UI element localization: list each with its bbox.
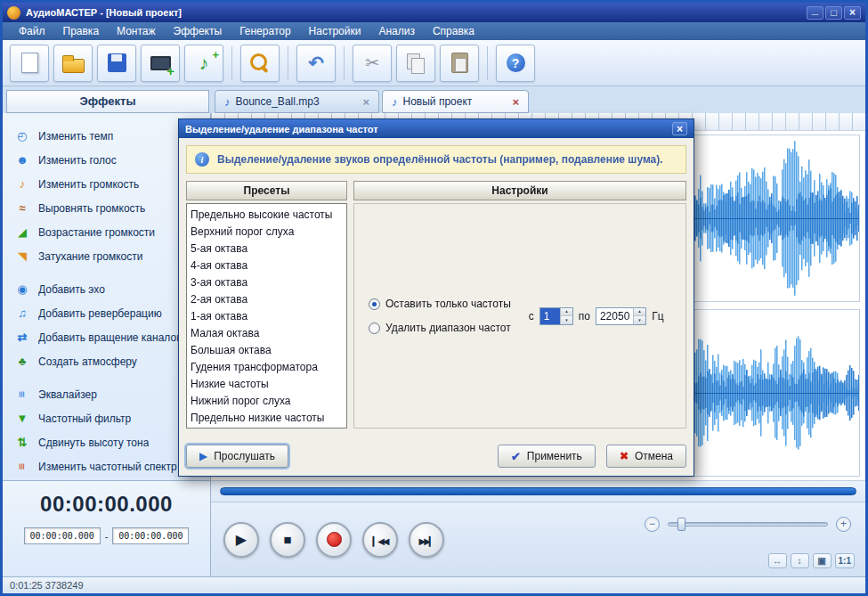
- spin-down-icon[interactable]: [561, 316, 572, 324]
- menu-item-generator[interactable]: Генератор: [231, 22, 299, 40]
- save-button[interactable]: [97, 45, 136, 82]
- menu-item-settings[interactable]: Настройки: [300, 22, 370, 40]
- new-file-button[interactable]: [10, 45, 49, 82]
- to-label: по: [579, 310, 590, 322]
- voice-icon: [14, 153, 30, 167]
- preset-item[interactable]: 2-ая октава: [191, 291, 343, 308]
- settings-panel: Настройки Оставить только частоты Удалит…: [353, 181, 686, 429]
- menu-item-effects[interactable]: Эффекты: [165, 22, 231, 40]
- presets-header: Пресеты: [186, 181, 347, 200]
- radio-remove-range[interactable]: Удалить диапазон частот: [369, 322, 511, 334]
- spin-up-icon[interactable]: [634, 308, 645, 317]
- zoom-slider-track[interactable]: [668, 522, 828, 527]
- tab-new-project[interactable]: Новый проект: [382, 90, 529, 113]
- preset-item[interactable]: Нижний порог слуха: [191, 393, 343, 410]
- menu-item-help[interactable]: Справка: [424, 22, 483, 40]
- preset-item[interactable]: 3-ая октава: [191, 274, 343, 291]
- preset-item[interactable]: Большая октава: [191, 342, 343, 359]
- record-button[interactable]: [316, 522, 352, 558]
- tempo-icon: [14, 129, 30, 143]
- maximize-button[interactable]: [825, 6, 842, 20]
- zoom-slider-handle[interactable]: [677, 518, 685, 531]
- add-audio-button[interactable]: [184, 45, 223, 82]
- tab-label: Новый проект: [403, 95, 473, 108]
- cross-icon: [620, 450, 629, 462]
- radio-selected-icon: [369, 298, 380, 310]
- preset-item[interactable]: 4-ая октава: [191, 257, 343, 274]
- play-icon: [199, 450, 207, 462]
- tab-label: Bounce_Ball.mp3: [236, 95, 320, 108]
- menu-item-file[interactable]: Файл: [10, 22, 54, 40]
- play-button[interactable]: [223, 522, 259, 558]
- info-icon: [195, 152, 209, 167]
- to-frequency-input[interactable]: 22050: [596, 308, 633, 324]
- selection-separator: -: [105, 531, 109, 542]
- skip-to-start-icon: [372, 532, 387, 548]
- window-title: АудиоМАСТЕР - [Новый проект]: [26, 7, 801, 18]
- reverb-icon: [14, 306, 30, 320]
- zoom-in-button[interactable]: [836, 517, 851, 532]
- menu-item-analysis[interactable]: Анализ: [369, 22, 424, 40]
- cut-button[interactable]: [353, 45, 392, 82]
- add-video-button[interactable]: [141, 45, 180, 82]
- preset-item[interactable]: Гудения трансформатора: [191, 359, 343, 376]
- info-banner: Выделение/удаление звуков определённой ч…: [186, 145, 686, 174]
- time-panel: 00:00:00.000 00:00:00.000 - 00:00:00.000: [3, 480, 211, 576]
- dialog-close-button[interactable]: [672, 122, 687, 135]
- tab-close-icon[interactable]: [362, 95, 369, 109]
- zoom-out-button[interactable]: [645, 517, 660, 532]
- fade-in-icon: [14, 225, 30, 239]
- close-icon: [849, 6, 856, 19]
- preset-item[interactable]: 5-ая октава: [191, 241, 343, 257]
- zoom-slider-group: [645, 517, 851, 532]
- tab-close-icon[interactable]: [512, 95, 519, 109]
- preset-item[interactable]: Малая октава: [191, 325, 343, 342]
- fit-vertical-icon[interactable]: [791, 553, 809, 568]
- preset-item[interactable]: 1-ая октава: [191, 308, 343, 325]
- copy-button[interactable]: [396, 45, 435, 82]
- open-file-button[interactable]: [53, 45, 93, 82]
- record-icon: [327, 532, 342, 547]
- menu-item-montage[interactable]: Монтаж: [108, 22, 165, 40]
- overview-bar-container: [211, 480, 865, 502]
- status-text: 0:01:25 3738249: [10, 580, 84, 591]
- minimize-button[interactable]: [807, 6, 823, 20]
- selection-start-field[interactable]: 00:00:00.000: [24, 527, 101, 544]
- help-button[interactable]: [496, 45, 535, 82]
- menu-item-edit[interactable]: Правка: [54, 22, 109, 40]
- cancel-button[interactable]: Отмена: [606, 445, 686, 468]
- preset-item[interactable]: Низкие частоты: [191, 376, 343, 393]
- preset-item[interactable]: Предельно низкие частоты: [191, 410, 343, 427]
- skip-to-start-button[interactable]: [362, 522, 398, 558]
- check-icon: [511, 450, 521, 463]
- fit-all-icon[interactable]: [813, 553, 831, 568]
- preset-item[interactable]: Верхний порог слуха: [191, 224, 343, 241]
- frequency-range-controls: с 1 по 22050: [529, 307, 664, 325]
- close-button[interactable]: [844, 6, 861, 20]
- presets-list: Предельно высокие частоты Верхний порог …: [186, 203, 347, 429]
- volume-icon: [14, 177, 30, 191]
- audio-analyze-button[interactable]: [240, 45, 280, 82]
- paste-button[interactable]: [440, 45, 479, 82]
- preview-button[interactable]: Прослушать: [186, 445, 288, 468]
- radio-keep-frequencies[interactable]: Оставить только частоты: [369, 298, 511, 310]
- spin-down-icon[interactable]: [634, 316, 645, 324]
- tab-bounce-ball[interactable]: Bounce_Ball.mp3: [215, 90, 379, 113]
- fit-horizontal-icon[interactable]: [768, 553, 787, 568]
- dialog-titlebar: Выделение/удаление диапазона частот: [179, 119, 694, 138]
- zoom-1-1-button[interactable]: 1:1: [835, 553, 855, 568]
- stop-icon: [283, 532, 291, 548]
- transport-panel: 1:1: [211, 502, 865, 576]
- overview-seek-bar[interactable]: [220, 487, 856, 495]
- undo-button[interactable]: [296, 45, 336, 82]
- spin-up-icon[interactable]: [561, 308, 572, 317]
- toolbar-separator: [344, 46, 345, 80]
- radio-remove-label: Удалить диапазон частот: [385, 322, 511, 334]
- from-frequency-input[interactable]: 1: [540, 308, 560, 324]
- selection-end-field[interactable]: 00:00:00.000: [112, 527, 189, 544]
- preset-item[interactable]: Предельно высокие частоты: [191, 207, 343, 224]
- apply-button[interactable]: Применить: [498, 445, 596, 468]
- echo-icon: [14, 282, 30, 296]
- skip-to-end-button[interactable]: [409, 522, 444, 558]
- stop-button[interactable]: [270, 522, 305, 558]
